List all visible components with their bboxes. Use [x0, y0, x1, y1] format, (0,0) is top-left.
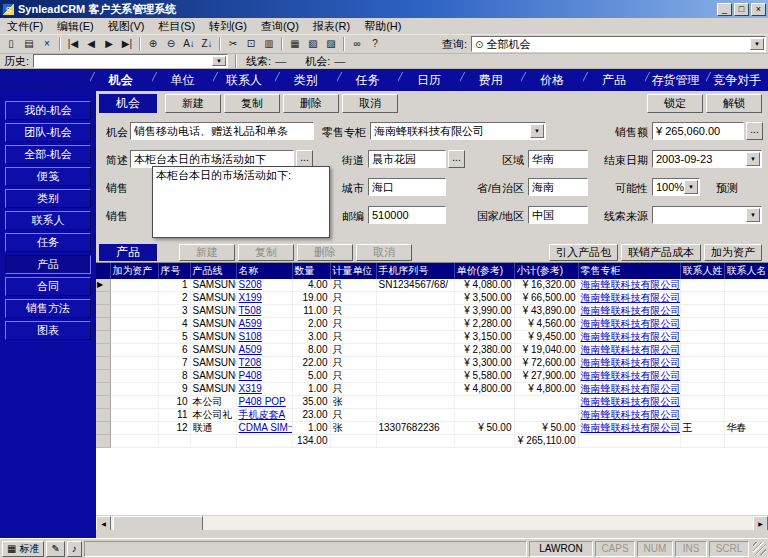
cut-icon[interactable]: ✂ [224, 36, 242, 52]
tab-products[interactable]: 产品 [583, 69, 645, 91]
row-selector[interactable] [96, 422, 110, 435]
new-button[interactable]: 新建 [165, 94, 221, 113]
product-link[interactable]: 手机皮套A [236, 409, 292, 422]
city-input[interactable]: 海口 [368, 178, 446, 196]
table-row[interactable]: 2 SAMSUNG X199 19.00 只 ¥ 3,500.00 ¥ 66,5… [96, 292, 768, 305]
tab-company[interactable]: 单位 [152, 69, 214, 91]
column-header-qty[interactable]: 数量 [292, 263, 330, 279]
edit-pencil-button[interactable]: ✎ [46, 541, 64, 557]
table-row[interactable]: 5 SAMSUNG S108 3.00 只 ¥ 3,150.00 ¥ 9,450… [96, 331, 768, 344]
sidebar-item-team-opportunities[interactable]: 团队-机会 [5, 123, 91, 142]
product-link[interactable]: X199 [236, 292, 292, 305]
table-row[interactable]: 9 SAMSUNG X319 1.00 只 ¥ 4,800.00 ¥ 4,800… [96, 383, 768, 396]
region-input[interactable]: 华南 [528, 150, 588, 168]
country-input[interactable]: 中国 [528, 206, 588, 224]
sound-button[interactable]: ♪ [67, 541, 82, 557]
product-link[interactable]: T508 [236, 305, 292, 318]
table-row[interactable]: 3 SAMSUNG T508 11.00 只 ¥ 3,990.00 ¥ 43,8… [96, 305, 768, 318]
row-selector[interactable] [96, 383, 110, 396]
table-row[interactable]: 7 SAMSUNG T208 22.00 只 ¥ 3,300.00 ¥ 72,6… [96, 357, 768, 370]
column-header-seq[interactable]: 序号 [158, 263, 190, 279]
table-row[interactable]: 8 SAMSUNG P408 5.00 只 ¥ 5,580.00 ¥ 27,90… [96, 370, 768, 383]
maximize-button[interactable]: □ [734, 3, 749, 16]
table-row[interactable]: 4 SAMSUNG A599 2.00 只 ¥ 2,280.00 ¥ 4,560… [96, 318, 768, 331]
joint-product-cost-button[interactable]: 联销产品成本 [621, 244, 701, 261]
dropdown-arrow-icon[interactable]: ▼ [746, 152, 760, 166]
store-link[interactable]: 海南蜂联科技有限公司 [578, 357, 680, 370]
sidebar-item-my-opportunities[interactable]: 我的-机会 [5, 101, 91, 120]
column-header-serial[interactable]: 手机序列号 [376, 263, 454, 279]
standard-view-button[interactable]: ▦ 标准 [2, 541, 44, 557]
copy-button[interactable]: 复制 [224, 94, 280, 113]
first-record-icon[interactable]: |◀ [64, 36, 82, 52]
scrollbar-thumb[interactable] [113, 516, 203, 531]
row-selector[interactable] [96, 331, 110, 344]
column-header-unit[interactable]: 计量单位 [330, 263, 376, 279]
column-header-name[interactable]: 名称 [236, 263, 292, 279]
tab-contacts[interactable]: 联系人 [213, 69, 275, 91]
minimize-button[interactable]: _ [717, 3, 732, 16]
tab-tasks[interactable]: 任务 [337, 69, 399, 91]
province-input[interactable]: 海南 [528, 178, 588, 196]
sidebar-item-tasks[interactable]: 任务 [5, 233, 91, 252]
grid-view-icon[interactable]: ▦ [286, 36, 304, 52]
table-row[interactable]: 12 联通 CDMA SIM卡 1.00 张 13307682236 ¥ 50.… [96, 422, 768, 435]
close-button[interactable]: × [751, 3, 766, 16]
form-view-icon[interactable]: ▧ [304, 36, 322, 52]
row-selector[interactable] [96, 292, 110, 305]
history-dropdown[interactable]: ▼ [33, 54, 228, 68]
probability-dropdown[interactable]: 100%▼ [652, 178, 700, 196]
prev-record-icon[interactable]: ◀ [82, 36, 100, 52]
row-selector[interactable] [96, 318, 110, 331]
amount-input[interactable]: ¥ 265,060.00 [652, 122, 744, 140]
add-as-asset-button[interactable]: 加为资产 [704, 244, 762, 261]
print-icon[interactable]: ▤ [20, 36, 38, 52]
dropdown-arrow-icon[interactable]: ▼ [684, 180, 698, 194]
store-link[interactable]: 海南蜂联科技有限公司 [578, 318, 680, 331]
menu-view[interactable]: 视图(V) [101, 18, 152, 35]
zoom-in-icon[interactable]: ⊕ [144, 36, 162, 52]
store-link[interactable]: 海南蜂联科技有限公司 [578, 344, 680, 357]
menu-help[interactable]: 帮助(H) [357, 18, 408, 35]
menu-report[interactable]: 报表(R) [306, 18, 357, 35]
tab-price[interactable]: 价格 [521, 69, 583, 91]
menu-columns[interactable]: 栏目(S) [151, 18, 202, 35]
product-link[interactable]: X319 [236, 383, 292, 396]
unlock-button[interactable]: 解锁 [706, 94, 762, 113]
store-link[interactable]: 海南蜂联科技有限公司 [578, 331, 680, 344]
product-link[interactable]: A509 [236, 344, 292, 357]
column-header-product-line[interactable]: 产品线 [190, 263, 236, 279]
store-link[interactable]: 海南蜂联科技有限公司 [578, 279, 680, 292]
sort-asc-icon[interactable]: A↓ [180, 36, 198, 52]
column-header-contact-first[interactable]: 联系人名 [724, 263, 768, 279]
sidebar-item-charts[interactable]: 图表 [5, 321, 91, 340]
tab-calendar[interactable]: 日历 [398, 69, 460, 91]
dropdown-arrow-icon[interactable]: ▼ [750, 38, 764, 50]
row-selector[interactable] [96, 409, 110, 422]
product-link[interactable]: A599 [236, 318, 292, 331]
zip-input[interactable]: 510000 [368, 206, 446, 224]
dropdown-arrow-icon[interactable]: ▼ [746, 208, 760, 222]
tab-inventory[interactable]: 存货管理 [645, 69, 707, 91]
sidebar-item-sales-methods[interactable]: 销售方法 [5, 299, 91, 318]
product-link[interactable]: S208 [236, 279, 292, 292]
delete-record-icon[interactable]: × [38, 36, 56, 52]
menu-file[interactable]: 文件(F) [0, 18, 50, 35]
resize-grip[interactable] [753, 542, 766, 555]
sidebar-item-contracts[interactable]: 合同 [5, 277, 91, 296]
store-link[interactable]: 海南蜂联科技有限公司 [578, 292, 680, 305]
column-header-store[interactable]: 零售专柜 [578, 263, 680, 279]
tab-expenses[interactable]: 费用 [460, 69, 522, 91]
sidebar-item-categories[interactable]: 类别 [5, 189, 91, 208]
menu-edit[interactable]: 编辑(E) [50, 18, 101, 35]
end-date-dropdown[interactable]: 2003-09-23▼ [652, 150, 762, 168]
zoom-out-icon[interactable]: ⊖ [162, 36, 180, 52]
table-row[interactable]: 11 本公司礼 手机皮套A 23.00 只 海南蜂联科技有限公司 [96, 409, 768, 422]
delete-button[interactable]: 删除 [283, 94, 339, 113]
opportunity-name-input[interactable]: 销售移动电话、赠送礼品和单条 [130, 122, 314, 140]
store-link[interactable]: 海南蜂联科技有限公司 [578, 422, 680, 435]
row-selector[interactable] [96, 305, 110, 318]
row-selector[interactable] [96, 344, 110, 357]
new-record-icon[interactable]: ▯ [2, 36, 20, 52]
query-dropdown[interactable]: ⊙ 全部机会 ▼ [471, 36, 766, 52]
